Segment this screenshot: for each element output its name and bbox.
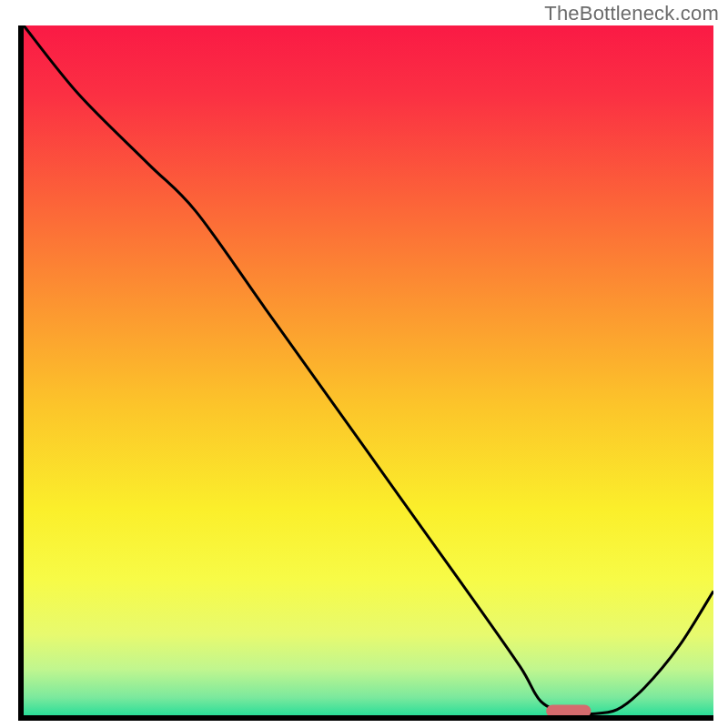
- chart-container: TheBottleneck.com: [0, 0, 728, 728]
- gradient-background: [21, 25, 713, 718]
- watermark-text: TheBottleneck.com: [544, 2, 719, 25]
- plot-frame: [18, 25, 713, 721]
- chart-svg: [18, 25, 713, 721]
